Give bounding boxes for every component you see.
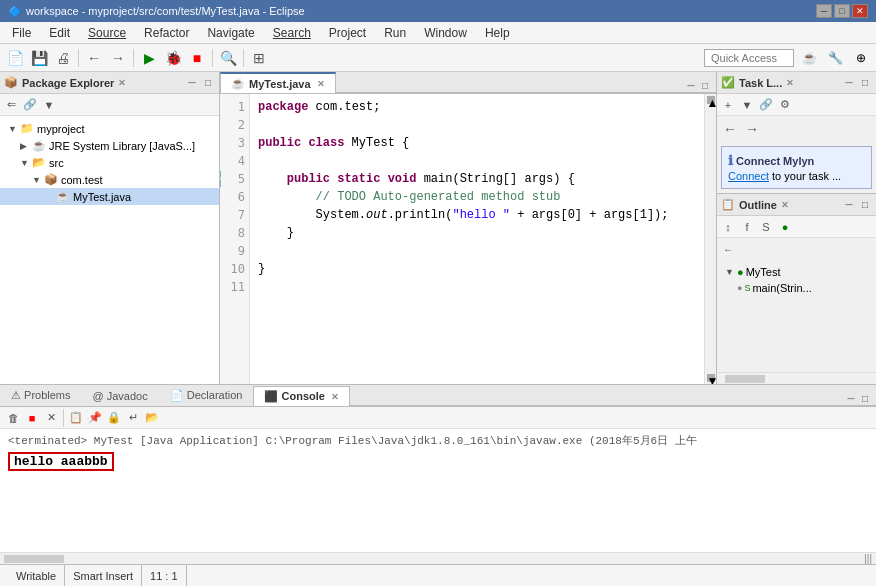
scroll-down[interactable]: ▼: [707, 374, 715, 382]
close-button[interactable]: ✕: [852, 4, 868, 18]
menu-search[interactable]: Search: [265, 24, 319, 42]
link-editor-btn[interactable]: 🔗: [21, 96, 39, 114]
problems-icon: ⚠: [11, 389, 21, 401]
static-btn[interactable]: S: [757, 218, 775, 236]
connect-link[interactable]: Connect: [728, 170, 769, 182]
maximize-editor-btn[interactable]: □: [698, 78, 712, 92]
outline-back-btn[interactable]: ←: [719, 240, 737, 258]
minimize-editor-btn[interactable]: ─: [684, 78, 698, 92]
green-dot-btn[interactable]: ●: [776, 218, 794, 236]
console-scroll-lock-btn[interactable]: 🔒: [105, 409, 123, 427]
menu-source[interactable]: Source: [80, 24, 134, 42]
editor-scrollbar[interactable]: ▲ ▼: [704, 94, 716, 384]
max-bottom-btn[interactable]: □: [858, 391, 872, 405]
tree-item-jre[interactable]: ▶ ☕ JRE System Library [JavaS...]: [0, 137, 219, 154]
bottom-area: ⚠ Problems @ Javadoc 📄 Declaration ⬛ Con…: [0, 384, 876, 564]
open-perspective[interactable]: ⊞: [248, 47, 270, 69]
max-outline-btn[interactable]: □: [858, 198, 872, 212]
menu-file[interactable]: File: [4, 24, 39, 42]
console-word-wrap-btn[interactable]: ↵: [124, 409, 142, 427]
scroll-up[interactable]: ▲: [707, 96, 715, 104]
eclipse-icon: 🔷: [8, 5, 22, 18]
console-open-file-btn[interactable]: 📂: [143, 409, 161, 427]
package-explorer-badge: ✕: [118, 78, 126, 88]
other-perspective-btn[interactable]: ⊕: [850, 47, 872, 69]
outline-scroll-thumb[interactable]: [725, 375, 765, 383]
maximize-button[interactable]: □: [834, 4, 850, 18]
bottom-scrollbar[interactable]: |||: [0, 552, 876, 564]
run-button[interactable]: ▶: [138, 47, 160, 69]
minimize-button[interactable]: ─: [816, 4, 832, 18]
save-button[interactable]: 💾: [28, 47, 50, 69]
task-fwd-btn[interactable]: →: [743, 120, 761, 138]
package-explorer-panel: 📦 Package Explorer ✕ ─ □ ⇐ 🔗 ▼ ▼ 📁: [0, 72, 220, 384]
minimize-panel-btn[interactable]: ─: [185, 76, 199, 90]
code-editor[interactable]: package com.test; public class MyTest { …: [250, 94, 704, 384]
tree-arrow-jre: ▶: [20, 141, 32, 151]
menu-project[interactable]: Project: [321, 24, 374, 42]
java-tab-icon: ☕: [231, 77, 245, 90]
outline-method-item[interactable]: ● S main(Strin...: [721, 280, 872, 296]
java-perspective-btn[interactable]: ☕: [798, 47, 820, 69]
print-button[interactable]: 🖨: [52, 47, 74, 69]
editor-tab-mytest[interactable]: ☕ MyTest.java ✕: [220, 72, 336, 93]
tab-spacer: [336, 92, 680, 93]
console-paste-btn[interactable]: 📌: [86, 409, 104, 427]
back-button[interactable]: ←: [83, 47, 105, 69]
menu-navigate[interactable]: Navigate: [199, 24, 262, 42]
menu-window[interactable]: Window: [416, 24, 475, 42]
sep-1: [78, 49, 79, 67]
new-button[interactable]: 📄: [4, 47, 26, 69]
task-filter-btn[interactable]: ▼: [738, 96, 756, 114]
menu-refactor[interactable]: Refactor: [136, 24, 197, 42]
outline-scrollbar[interactable]: [717, 372, 876, 384]
tree-item-myproject[interactable]: ▼ 📁 myproject: [0, 120, 219, 137]
console-remove-btn[interactable]: ✕: [42, 409, 60, 427]
editor-content[interactable]: 1234 5● 67891011 package com.test; publi…: [220, 94, 716, 384]
search-button[interactable]: 🔍: [217, 47, 239, 69]
tab-declaration[interactable]: 📄 Declaration: [159, 385, 254, 406]
window-title: workspace - myproject/src/com/test/MyTes…: [26, 5, 305, 17]
method-circle-icon: ●: [737, 283, 742, 293]
console-clear-btn[interactable]: 🗑: [4, 409, 22, 427]
view-menu-btn[interactable]: ▼: [40, 96, 58, 114]
menu-edit[interactable]: Edit: [41, 24, 78, 42]
project-icon: 📁: [20, 122, 34, 135]
bottom-scroll-thumb[interactable]: [4, 555, 64, 563]
tree-item-mytest[interactable]: ☕ MyTest.java: [0, 188, 219, 205]
stop-button[interactable]: ■: [186, 47, 208, 69]
task-list-section: ✅ Task L... ✕ ─ □ + ▼ 🔗 ⚙: [717, 72, 876, 194]
task-list-header: ✅ Task L... ✕ ─ □: [717, 72, 876, 94]
debug-perspective-btn[interactable]: 🔧: [824, 47, 846, 69]
tree-item-package[interactable]: ▼ 📦 com.test: [0, 171, 219, 188]
tab-javadoc[interactable]: @ Javadoc: [82, 386, 159, 406]
console-terminate-btn[interactable]: ■: [23, 409, 41, 427]
debug-button[interactable]: 🐞: [162, 47, 184, 69]
status-bar: Writable Smart Insert 11 : 1: [0, 564, 876, 586]
tab-close-btn[interactable]: ✕: [317, 79, 325, 89]
task-back-btn[interactable]: ←: [721, 120, 739, 138]
console-tab-close[interactable]: ✕: [331, 392, 339, 402]
tab-console[interactable]: ⬛ Console ✕: [253, 386, 350, 406]
menu-help[interactable]: Help: [477, 24, 518, 42]
declaration-icon: 📄: [170, 389, 184, 401]
menu-run[interactable]: Run: [376, 24, 414, 42]
task-new-btn[interactable]: +: [719, 96, 737, 114]
tab-problems[interactable]: ⚠ Problems: [0, 385, 82, 406]
outline-class-item[interactable]: ▼ ● MyTest: [721, 264, 872, 280]
min-outline-btn[interactable]: ─: [842, 198, 856, 212]
forward-button[interactable]: →: [107, 47, 129, 69]
console-copy-btn[interactable]: 📋: [67, 409, 85, 427]
fields-btn[interactable]: f: [738, 218, 756, 236]
collapse-all-btn[interactable]: ⇐: [2, 96, 20, 114]
java-file-icon: ☕: [56, 190, 70, 203]
min-task-btn[interactable]: ─: [842, 76, 856, 90]
sort-btn[interactable]: ↕: [719, 218, 737, 236]
min-bottom-btn[interactable]: ─: [844, 391, 858, 405]
quick-access-input[interactable]: [704, 49, 794, 67]
maximize-panel-btn[interactable]: □: [201, 76, 215, 90]
task-repo-btn[interactable]: 🔗: [757, 96, 775, 114]
task-settings-btn[interactable]: ⚙: [776, 96, 794, 114]
max-task-btn[interactable]: □: [858, 76, 872, 90]
tree-item-src[interactable]: ▼ 📂 src: [0, 154, 219, 171]
